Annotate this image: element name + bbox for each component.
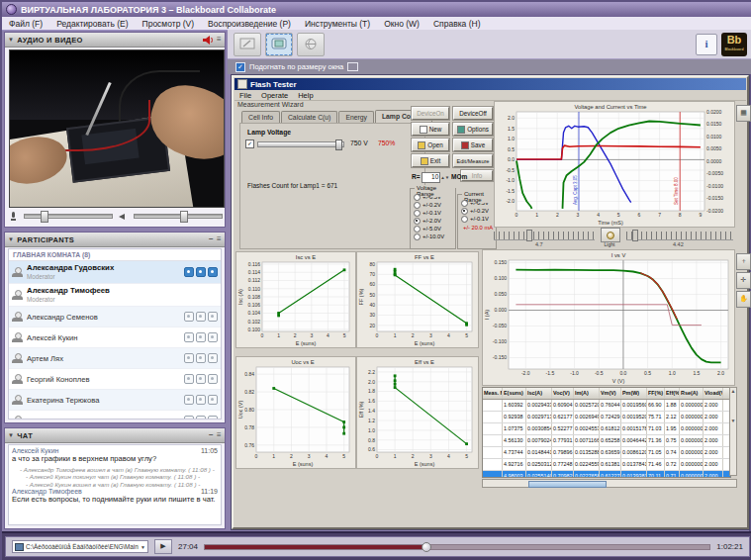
whiteboard-status-icon[interactable]	[196, 267, 206, 277]
appshare-status-icon[interactable]	[208, 312, 218, 322]
radio-option[interactable]: +/-0.2V	[458, 207, 496, 215]
menu-view[interactable]: Просмотр (V)	[136, 19, 202, 29]
radio-option[interactable]: +/-10.0V	[411, 233, 455, 240]
appshare-status-icon[interactable]	[208, 353, 218, 363]
ruler-cursor[interactable]	[526, 230, 532, 241]
chat-status-icon[interactable]	[196, 353, 206, 363]
menu-file[interactable]: Файл (F)	[2, 19, 49, 29]
lamp-voltage-slider-knob[interactable]	[335, 140, 342, 150]
dropdown-arrow-icon[interactable]: ▼	[141, 544, 145, 550]
chat-messages[interactable]: Алексей Кукин11:05 а что за графики в ве…	[8, 444, 222, 525]
panel-options-icon[interactable]: ≡	[217, 235, 222, 243]
speaker-volume-knob[interactable]	[180, 211, 188, 223]
mic-status-icon[interactable]	[184, 267, 194, 277]
table-row[interactable]: 4.737440.01484410.798960.01352880.636590…	[483, 447, 730, 459]
appshare-status-icon[interactable]	[208, 332, 218, 342]
radio-option[interactable]: +/-0.2V	[411, 201, 455, 209]
webtour-mode-button[interactable]	[297, 33, 325, 56]
app-menu-operate[interactable]: Operate	[256, 91, 293, 100]
chat-status-icon[interactable]	[196, 416, 206, 420]
mic-volume-slider[interactable]	[24, 214, 113, 219]
appshare-status-icon[interactable]	[208, 374, 218, 384]
participant-row[interactable]: Александра ГудовскихModerator	[9, 261, 221, 284]
measurement-table[interactable]: Meas. ModeE(suns)Isc(A)Voc(V)Im(A)Vm(V)P…	[482, 387, 731, 478]
room-label[interactable]: ГЛАВНАЯ КОМНАТА (8)	[9, 249, 221, 261]
time-ruler-left[interactable]	[494, 232, 595, 240]
participant-row[interactable]: Алексей Кукин	[9, 327, 221, 348]
collapse-arrow-icon[interactable]: ▼	[8, 236, 14, 242]
panel-options-icon[interactable]: ≡	[217, 36, 222, 44]
open-button[interactable]: Open	[412, 139, 449, 151]
mic-status-icon[interactable]	[184, 353, 194, 363]
play-button[interactable]: ▶	[154, 539, 172, 554]
menu-playback[interactable]: Воспроизведение (P)	[201, 19, 298, 29]
playhead-knob[interactable]	[422, 542, 431, 552]
mic-status-icon[interactable]	[184, 374, 194, 384]
mic-status-icon[interactable]	[184, 332, 194, 342]
zoom-tool-icon[interactable]: ＋	[736, 253, 751, 270]
menu-window[interactable]: Окно (W)	[377, 19, 426, 29]
panel-options-icon[interactable]: ≡	[217, 431, 222, 439]
r-value-spinner[interactable]: 10	[422, 172, 440, 183]
table-row[interactable]: 4.927160.02503120.772480.02245590.613810…	[483, 459, 730, 471]
whiteboard-mode-button[interactable]	[234, 33, 261, 56]
device-on-button[interactable]: DeviceOn	[412, 107, 449, 120]
radio-option[interactable]: +/-5.0V	[411, 225, 455, 233]
save-button[interactable]: Save	[453, 139, 493, 151]
speaker-red-icon[interactable]	[203, 36, 214, 45]
mic-volume-knob[interactable]	[41, 211, 48, 223]
voltage-range-options[interactable]: +/-0.5V+/-0.2V+/-0.1V+/-2.0V+/-5.0V+/-10…	[411, 193, 455, 240]
appshare-status-icon[interactable]	[208, 416, 218, 420]
collapse-arrow-icon[interactable]: ▼	[8, 432, 14, 438]
lamp-voltage-checkbox[interactable]: ✓	[245, 140, 254, 148]
spinner-arrows-icon[interactable]: ▲▼	[440, 175, 449, 180]
table-row[interactable]: 1.073750.00308540.522770.00245530.618120…	[483, 423, 730, 435]
edit-measure-button[interactable]: Edit/Measure	[453, 154, 493, 167]
ruler-cursor[interactable]	[632, 230, 638, 241]
table-horizontal-scrollbar[interactable]	[482, 479, 737, 488]
mic-status-icon[interactable]	[184, 416, 194, 420]
scrollbar-thumb[interactable]	[528, 481, 607, 488]
light-button[interactable]	[601, 228, 620, 242]
radio-option[interactable]: +/-0.1V	[458, 215, 496, 223]
participant-row[interactable]: Александр ТимофеевModerator	[9, 284, 221, 307]
collapse-arrow-icon[interactable]: ▼	[8, 37, 14, 43]
graph-palette-icon[interactable]: ▦	[736, 105, 751, 122]
table-row[interactable]: 4.561300.00790240.779310.00711660.652580…	[483, 435, 730, 447]
chat-status-icon[interactable]	[196, 332, 206, 342]
device-off-button[interactable]: DeviceOff	[453, 107, 493, 120]
participant-row[interactable]: Георгий Коноплев	[9, 369, 221, 390]
app-menu-help[interactable]: Help	[293, 91, 318, 100]
info-button[interactable]: i	[696, 34, 717, 55]
app-menu-file[interactable]: File	[235, 91, 256, 100]
participant-row[interactable]: Артем Лях	[9, 348, 221, 369]
table-vertical-scrollbar[interactable]: ▲▼	[729, 387, 737, 476]
menu-edit[interactable]: Редактировать (E)	[49, 19, 135, 29]
radio-option[interactable]: +/-0.1V	[411, 209, 455, 217]
table-row[interactable]: 4.980030.02551400.709820.02276580.612270…	[483, 471, 730, 478]
mic-status-icon[interactable]	[184, 395, 194, 405]
participant-row[interactable]: Михаил Семерухин	[9, 411, 221, 420]
minimize-panel-icon[interactable]: −	[209, 431, 214, 439]
playback-timeline[interactable]	[204, 544, 710, 550]
participant-row[interactable]: Александр Семенов	[9, 307, 221, 327]
recording-file-dropdown[interactable]: C:\Âèðòóàëüíûå Ëàáîðàòîðèè\ENG\MainProj.…	[12, 540, 148, 553]
menu-tools[interactable]: Инструменты (T)	[298, 19, 377, 29]
table-row[interactable]: 0.929380.00297130.621770.00269490.724290…	[483, 412, 730, 423]
menu-help[interactable]: Справка (H)	[426, 19, 488, 29]
radio-option[interactable]: +/-2.0V	[411, 217, 455, 225]
fit-checkbox[interactable]: ✓	[235, 62, 245, 72]
table-row[interactable]: 1.603920.00294330.609040.00257200.760440…	[483, 400, 730, 412]
minimize-panel-icon[interactable]: −	[209, 235, 214, 243]
speaker-volume-slider[interactable]	[134, 214, 223, 219]
new-button[interactable]: New	[412, 123, 449, 136]
appshare-mode-button[interactable]	[265, 33, 293, 56]
appshare-status-icon[interactable]	[208, 267, 218, 277]
chat-status-icon[interactable]	[196, 395, 206, 405]
exit-button[interactable]: Exit	[412, 154, 449, 167]
appshare-status-icon[interactable]	[208, 395, 218, 405]
table-header-row[interactable]: Meas. ModeE(suns)Isc(A)Voc(V)Im(A)Vm(V)P…	[483, 388, 730, 400]
cursor-tool-icon[interactable]: ✛	[736, 272, 751, 289]
participant-row[interactable]: Екатерина Терюкова	[9, 390, 221, 411]
pan-tool-icon[interactable]: ✋	[736, 291, 751, 308]
